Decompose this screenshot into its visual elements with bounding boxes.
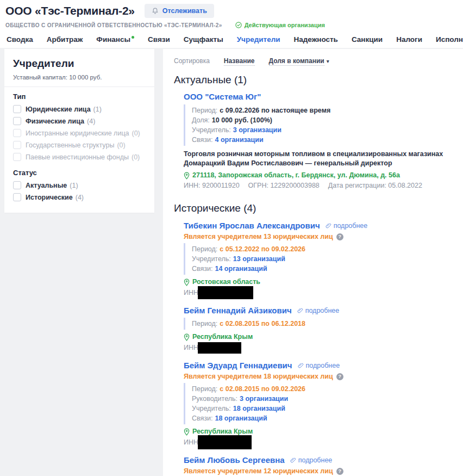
relations-link[interactable]: 14 организаций [215,265,267,273]
redaction-box [198,342,241,354]
person-address-text: Ростовская область [192,278,260,286]
founder-entry-person: Бейм Геннадий Айзикович подробнее Период… [174,306,458,354]
person-address: Республика Крым [184,428,458,436]
info-icon[interactable]: ? [336,468,343,475]
info-icon[interactable]: ? [336,233,343,240]
person-address-text: Республика Крым [192,333,253,341]
founder-note: Является учредителем 12 юридических лиц [184,467,333,475]
location-pin-icon [184,428,190,436]
person-link[interactable]: Бейм Геннадий Айзикович [184,306,292,315]
founder-orgs-link[interactable]: 3 организации [233,126,281,134]
sort-row: Сортировка Название Доля в компании▾ [174,55,458,65]
tab-nadezhnost[interactable]: Надежность [294,35,338,51]
founder-note: Является учредителем 18 юридических лиц [184,373,333,380]
details-link[interactable]: подробнее [298,362,340,369]
company-link[interactable]: ООО "Система Юг" [184,92,261,101]
check-circle-icon [235,22,242,28]
track-button[interactable]: Отслеживать [145,4,214,18]
person-details: Период:с 05.12.2022 по 09.02.2026 Учреди… [184,243,458,275]
person-link[interactable]: Тибекин Ярослав Александрович [184,221,320,230]
filter-individuals[interactable]: Физические лица (4) [13,117,146,125]
filter-group-type: Тип [13,92,146,101]
details-link[interactable]: подробнее [326,222,368,230]
status-badge-label: Действующая организация [245,22,325,28]
person-address: Республика Крым [184,333,458,341]
company-full-name: ОБЩЕСТВО С ОГРАНИЧЕННОЙ ОТВЕТСТВЕННОСТЬЮ… [5,22,222,28]
company-details: Период:с 09.02.2026 по настоящее время Д… [184,104,458,146]
filter-historical[interactable]: Исторические (4) [13,193,146,201]
tab-ispolnitelnye[interactable]: Исполнительные пр [436,35,463,51]
filter-group-status: Статус [13,169,146,177]
tab-bar: Сводка Арбитраж Финансы Связи Сущфакты У… [7,35,463,51]
company-address-text: 271118, Запорожская область, г. Бердянск… [192,171,400,180]
period-value: с 09.02.2026 по настоящее время [220,107,330,114]
relations-link[interactable]: 4 организации [215,136,263,144]
charter-capital: Уставный капитал: 10 000 руб. [13,74,146,81]
person-inn-line: ИНН [184,341,458,354]
location-pin-icon [184,279,190,286]
founder-entry-person: Тибекин Ярослав Александрович подробнее … [174,221,458,299]
section-actual-heading: Актуальные (1) [174,74,458,86]
checkbox-icon [13,181,21,189]
location-pin-icon [184,172,190,180]
filters-sidebar: Учредители Уставный капитал: 10 000 руб.… [4,49,154,213]
tab-arbitrazh[interactable]: Арбитраж [47,35,83,51]
details-link[interactable]: подробнее [297,307,340,314]
checkbox-icon [13,129,21,137]
company-director: Домарацкий Вадим Ростиславович — генерал… [184,159,458,168]
section-historical-heading: Исторические (4) [174,202,458,214]
tab-finansy[interactable]: Финансы [96,35,134,51]
founder-entry-person: Бейм Любовь Сергеевна подробнее Является… [174,455,458,476]
tab-suschfakty[interactable]: Сущфакты [184,35,223,51]
redaction-box [198,286,253,299]
filter-investment-funds: Паевые инвестиционные фонды (0) [13,153,146,161]
checkbox-icon [13,141,21,149]
company-reg-date: 05.08.2022 [388,182,422,189]
company-address: 271118, Запорожская область, г. Бердянск… [184,171,458,180]
person-inn-line: ИНН [184,436,458,449]
company-ids: ИНН: 9200011920 ОГРН: 1229200003988 Дата… [184,181,458,190]
sidebar-divider [4,86,154,87]
founder-orgs-link[interactable]: 18 организаций [233,405,285,412]
period-value: с 05.12.2022 по 09.02.2026 [220,245,305,253]
share-value: 10 000 руб. (100%) [212,116,272,124]
info-icon[interactable]: ? [336,373,343,380]
manager-orgs-link[interactable]: 3 организации [240,395,288,403]
filter-legal-entities[interactable]: Юридические лица (1) [13,105,146,113]
checkbox-icon [13,153,21,161]
paperclip-icon [297,307,303,313]
company-activity: Торговля розничная моторным топливом в с… [184,150,458,159]
tab-uchrediteli[interactable]: Учредители [237,35,280,51]
founder-orgs-link[interactable]: 13 организаций [233,255,285,263]
details-link[interactable]: подробнее [290,456,333,464]
track-button-label: Отслеживать [162,7,207,15]
person-address: Ростовская область [184,278,458,286]
green-dot-indicator [132,36,134,39]
person-inn-line: ИНН [184,286,458,299]
paperclip-icon [290,457,296,463]
person-link[interactable]: Бейм Эдуард Геннадиевич [184,361,292,370]
company-inn: 9200011920 [202,182,240,189]
sort-by-share[interactable]: Доля в компании▾ [269,57,329,65]
company-header: ООО «Тэс-Терминал-2» Отслеживать ОБЩЕСТВ… [0,0,463,48]
founder-note: Является учредителем 13 юридических лиц [184,233,333,240]
tab-nalogi[interactable]: Налоги [396,35,422,51]
page-title: ООО «Тэс-Терминал-2» [5,4,135,17]
checkbox-icon [13,117,21,125]
person-link[interactable]: Бейм Любовь Сергеевна [184,455,285,465]
sort-by-name[interactable]: Название [224,57,255,65]
company-extra: Торговля розничная моторным топливом в с… [184,150,458,168]
sort-label: Сортировка [174,57,210,65]
person-details: Период:с 02.08.2015 по 06.12.2018 [184,318,458,330]
bell-icon [152,7,159,15]
tab-svyazi[interactable]: Связи [148,35,170,51]
checkbox-icon [13,193,21,201]
period-value: с 02.08.2015 по 06.12.2018 [220,320,305,327]
relations-link[interactable]: 18 организаций [215,415,267,422]
sort-arrow-icon: ▾ [327,58,329,64]
founders-panel: Сортировка Название Доля в компании▾ Акт… [163,49,463,476]
filter-actual[interactable]: Актуальные (1) [13,181,146,189]
company-ogrn: 1229200003988 [270,182,319,189]
tab-svodka[interactable]: Сводка [7,35,33,51]
tab-sanktsii[interactable]: Санкции [352,35,383,51]
